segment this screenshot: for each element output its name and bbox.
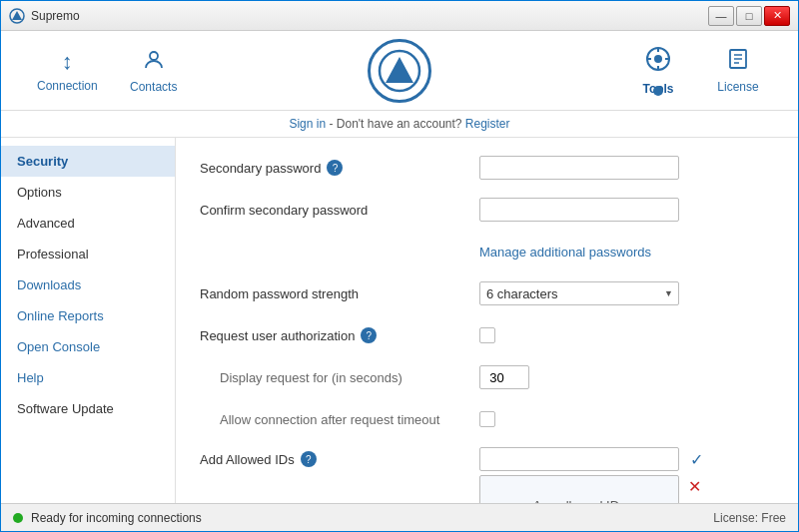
svg-marker-4	[386, 57, 413, 83]
sidebar-item-software-update[interactable]: Software Update	[1, 393, 175, 424]
window-controls: — □ ✕	[708, 6, 790, 26]
display-request-label: Display request for (in seconds)	[200, 370, 479, 385]
nav-tools[interactable]: Tools	[618, 38, 698, 104]
svg-point-2	[150, 52, 158, 60]
contacts-label: Contacts	[130, 80, 177, 94]
title-bar: Supremo — □ ✕	[1, 1, 798, 31]
main-content: Security Options Advanced Professional D…	[1, 138, 798, 503]
allowed-ids-add-button[interactable]: ✓	[685, 448, 707, 470]
request-authorization-row: Request user authorization ?	[200, 321, 774, 349]
manage-passwords-control: Manage additional passwords	[479, 245, 774, 260]
display-request-input[interactable]	[479, 365, 529, 389]
secondary-password-input[interactable]	[479, 156, 679, 180]
sidebar-item-help[interactable]: Help	[1, 362, 175, 393]
confirm-secondary-password-input[interactable]	[479, 198, 679, 222]
app-logo	[368, 39, 431, 103]
request-authorization-label: Request user authorization ?	[200, 327, 479, 343]
window-title: Supremo	[31, 9, 708, 23]
add-allowed-ids-label: Add Allowed IDs ?	[200, 447, 479, 467]
settings-panel: Secondary password ? Confirm secondary p…	[176, 138, 798, 503]
add-allowed-ids-section: Add Allowed IDs ? ✓ Any allowed IDs ✕	[200, 447, 774, 503]
allowed-ids-text-input[interactable]	[479, 447, 679, 471]
sidebar-item-online-reports[interactable]: Online Reports	[1, 300, 175, 331]
secondary-password-help-icon[interactable]: ?	[327, 160, 343, 176]
secondary-password-row: Secondary password ?	[200, 154, 774, 182]
status-text: Ready for incoming connections	[31, 511, 713, 525]
random-password-strength-control: 4 characters 5 characters 6 characters 7…	[479, 281, 774, 305]
status-indicator	[13, 513, 23, 523]
secondary-password-label: Secondary password ?	[200, 160, 479, 176]
allow-connection-checkbox[interactable]	[479, 411, 495, 427]
contacts-icon	[143, 48, 165, 76]
svg-marker-1	[12, 11, 22, 20]
register-link[interactable]: Register	[465, 117, 510, 131]
sidebar-item-open-console[interactable]: Open Console	[1, 331, 175, 362]
random-password-strength-label: Random password strength	[200, 286, 479, 301]
app-window: Supremo — □ ✕ ↕ Connection Contacts	[0, 0, 799, 532]
nav-license[interactable]: License	[698, 40, 778, 102]
secondary-password-control	[479, 156, 774, 180]
display-request-row: Display request for (in seconds)	[200, 363, 774, 391]
random-password-select-wrapper: 4 characters 5 characters 6 characters 7…	[479, 281, 679, 305]
allowed-ids-box: Any allowed IDs	[479, 475, 679, 503]
sidebar-item-options[interactable]: Options	[1, 177, 175, 208]
nav-connection[interactable]: ↕ Connection	[21, 41, 114, 101]
app-icon	[9, 8, 25, 24]
status-bar: Ready for incoming connections License: …	[1, 503, 798, 531]
tools-icon	[645, 46, 671, 78]
sidebar: Security Options Advanced Professional D…	[1, 138, 176, 503]
top-nav: ↕ Connection Contacts	[1, 31, 798, 111]
allowed-ids-remove-button[interactable]: ✕	[683, 475, 705, 497]
signin-bar: Sign in - Don't have an account? Registe…	[1, 111, 798, 138]
allowed-ids-input-row: ✓	[479, 447, 774, 471]
signin-text: - Don't have an account?	[326, 117, 465, 131]
random-password-strength-row: Random password strength 4 characters 5 …	[200, 279, 774, 307]
request-authorization-control	[479, 327, 774, 343]
nav-contacts[interactable]: Contacts	[114, 40, 194, 102]
request-authorization-checkbox[interactable]	[479, 327, 495, 343]
license-text: License: Free	[713, 511, 786, 525]
sidebar-item-downloads[interactable]: Downloads	[1, 269, 175, 300]
manage-passwords-row: Manage additional passwords	[200, 238, 774, 266]
confirm-secondary-password-row: Confirm secondary password	[200, 196, 774, 224]
allow-connection-row: Allow connection after request timeout	[200, 405, 774, 433]
connection-label: Connection	[37, 79, 98, 93]
minimize-button[interactable]: —	[708, 6, 734, 26]
sidebar-item-security[interactable]: Security	[1, 146, 175, 177]
close-button[interactable]: ✕	[764, 6, 790, 26]
manage-passwords-link[interactable]: Manage additional passwords	[479, 245, 651, 260]
random-password-strength-select[interactable]: 4 characters 5 characters 6 characters 7…	[479, 281, 679, 305]
sidebar-item-advanced[interactable]: Advanced	[1, 208, 175, 239]
add-allowed-ids-help-icon[interactable]: ?	[301, 451, 317, 467]
confirm-secondary-password-control	[479, 198, 774, 222]
license-label: License	[717, 80, 758, 94]
active-indicator	[653, 86, 663, 96]
license-icon	[727, 48, 749, 76]
connection-icon: ↕	[62, 49, 73, 75]
add-allowed-ids-control: ✓ Any allowed IDs ✕	[479, 447, 774, 503]
display-request-control	[479, 365, 774, 389]
confirm-secondary-password-label: Confirm secondary password	[200, 203, 479, 218]
allow-connection-label: Allow connection after request timeout	[200, 412, 479, 427]
allowed-ids-list-area: Any allowed IDs ✕	[479, 475, 774, 503]
request-authorization-help-icon[interactable]: ?	[361, 327, 377, 343]
svg-point-6	[654, 55, 662, 63]
maximize-button[interactable]: □	[736, 6, 762, 26]
signin-link[interactable]: Sign in	[289, 117, 326, 131]
sidebar-item-professional[interactable]: Professional	[1, 239, 175, 269]
allow-connection-control	[479, 411, 774, 427]
